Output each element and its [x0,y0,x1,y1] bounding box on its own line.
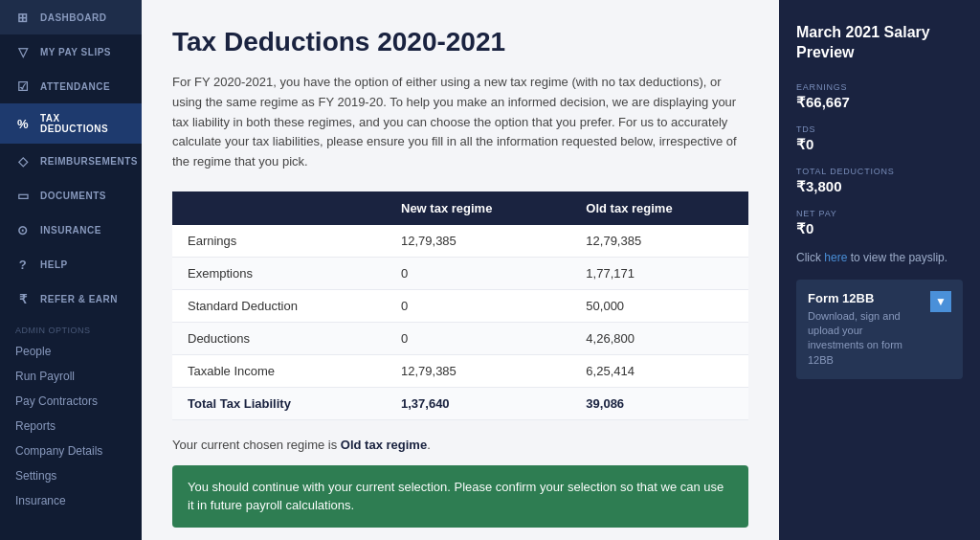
sidebar-nav: ⊞Dashboard▽My Pay Slips☑Attendance%Tax D… [0,0,142,316]
page-title: Tax Deductions 2020-2021 [172,27,748,57]
sidebar-item-label-documents: Documents [40,191,106,201]
row-label: Total Tax Liability [172,387,386,419]
help-icon: ? [15,257,31,272]
sidebar-item-tax-deductions[interactable]: %Tax Deductions [0,103,142,144]
row-label: Deductions [172,322,386,354]
my-pay-slips-icon: ▽ [15,44,31,59]
col-header-old: Old tax regime [570,191,748,225]
sidebar-item-label-refer-earn: Refer & Earn [40,294,118,304]
table-row: Total Tax Liability1,37,64039,086 [172,387,748,419]
sidebar-admin-item-pay-contractors[interactable]: Pay Contractors [0,389,142,414]
sidebar-item-dashboard[interactable]: ⊞Dashboard [0,0,142,34]
tax-deductions-icon: % [15,116,31,131]
total-deductions-value: ₹3,800 [796,178,963,195]
info-box: You should continue with your current se… [172,465,748,528]
net-pay-row: Net Pay ₹0 [796,209,963,237]
total-deductions-row: Total Deductions ₹3,800 [796,167,963,195]
row-old-value: 6,25,414 [570,354,748,387]
earnings-value: ₹66,667 [796,94,963,111]
form-card-content: Form 12BB Download, sign and upload your… [808,291,921,369]
insurance-icon: ⊙ [15,222,31,237]
sidebar-admin-item-company-details[interactable]: Company Details [0,439,142,463]
download-icon[interactable]: ▼ [930,291,951,312]
col-header-0 [172,191,386,225]
sidebar-admin-item-run-payroll[interactable]: Run Payroll [0,364,142,389]
earnings-row: Earnings ₹66,667 [796,82,963,111]
description: For FY 2020-2021, you have the option of… [172,73,748,172]
sidebar-item-help[interactable]: ?Help [0,247,142,281]
net-pay-value: ₹0 [796,220,963,237]
attendance-icon: ☑ [15,79,31,94]
form-card: Form 12BB Download, sign and upload your… [796,280,963,380]
documents-icon: ▭ [15,188,31,203]
regime-value: Old tax regime [341,438,427,452]
sidebar-admin-item-reports[interactable]: Reports [0,414,142,439]
sidebar-item-label-tax-deductions: Tax Deductions [40,113,126,134]
dashboard-icon: ⊞ [15,10,31,25]
row-label: Exemptions [172,257,386,289]
row-new-value: 0 [386,322,570,354]
tax-table: New tax regime Old tax regime Earnings12… [172,191,748,420]
col-header-new: New tax regime [386,191,570,225]
tds-label: TDS [796,124,963,134]
sidebar-admin-item-people[interactable]: People [0,339,142,364]
row-new-value: 0 [386,289,570,322]
sidebar-item-label-reimbursements: Reimbursements [40,156,138,167]
table-body: Earnings12,79,38512,79,385Exemptions01,7… [172,225,748,420]
sidebar-item-reimbursements[interactable]: ◇Reimbursements [0,144,142,178]
row-new-value: 0 [386,257,570,289]
refer-earn-icon: ₹ [15,291,31,306]
table-row: Taxable Income12,79,3856,25,414 [172,354,748,387]
sidebar-item-attendance[interactable]: ☑Attendance [0,69,142,103]
row-new-value: 12,79,385 [386,354,570,387]
right-panel: March 2021 Salary Preview Earnings ₹66,6… [779,0,980,540]
right-panel-title: March 2021 Salary Preview [796,23,963,63]
row-label: Standard Deduction [172,289,386,322]
main-content: Tax Deductions 2020-2021 For FY 2020-202… [142,0,779,540]
sidebar-admin-list: PeopleRun PayrollPay ContractorsReportsC… [0,339,142,513]
sidebar-admin-item-insurance-admin[interactable]: Insurance [0,488,142,513]
tds-value: ₹0 [796,136,963,153]
earnings-label: Earnings [796,82,963,92]
sidebar-item-label-dashboard: Dashboard [40,12,107,23]
total-deductions-label: Total Deductions [796,167,963,176]
row-old-value: 39,086 [570,387,748,419]
table-row: Standard Deduction050,000 [172,289,748,322]
reimbursements-icon: ◇ [15,153,31,169]
sidebar-item-label-insurance: Insurance [40,225,101,236]
sidebar-item-my-pay-slips[interactable]: ▽My Pay Slips [0,34,142,69]
table-header: New tax regime Old tax regime [172,191,748,225]
net-pay-label: Net Pay [796,209,963,218]
row-old-value: 4,26,800 [570,322,748,354]
row-new-value: 1,37,640 [386,387,570,419]
sidebar: ⊞Dashboard▽My Pay Slips☑Attendance%Tax D… [0,0,142,540]
form-card-title: Form 12BB [808,291,921,305]
sidebar-item-documents[interactable]: ▭Documents [0,178,142,213]
sidebar-item-label-help: Help [40,259,68,270]
sidebar-item-refer-earn[interactable]: ₹Refer & Earn [0,281,142,316]
payslip-link-row: Click here to view the payslip. [796,251,963,264]
tds-row: TDS ₹0 [796,124,963,153]
payslip-link[interactable]: here [824,251,847,264]
sidebar-item-label-attendance: Attendance [40,81,110,92]
row-label: Earnings [172,225,386,258]
row-old-value: 12,79,385 [570,225,748,258]
table-row: Deductions04,26,800 [172,322,748,354]
row-old-value: 50,000 [570,289,748,322]
regime-text: Your current chosen regime is Old tax re… [172,438,748,452]
form-card-desc: Download, sign and upload your investmen… [808,309,921,369]
sidebar-admin-item-settings[interactable]: Settings [0,463,142,488]
table-row: Earnings12,79,38512,79,385 [172,225,748,258]
sidebar-item-label-my-pay-slips: My Pay Slips [40,47,111,57]
table-row: Exemptions01,77,171 [172,257,748,289]
sidebar-item-insurance[interactable]: ⊙Insurance [0,213,142,247]
row-old-value: 1,77,171 [570,257,748,289]
admin-section-label: Admin Options [0,316,142,339]
row-label: Taxable Income [172,354,386,387]
row-new-value: 12,79,385 [386,225,570,258]
